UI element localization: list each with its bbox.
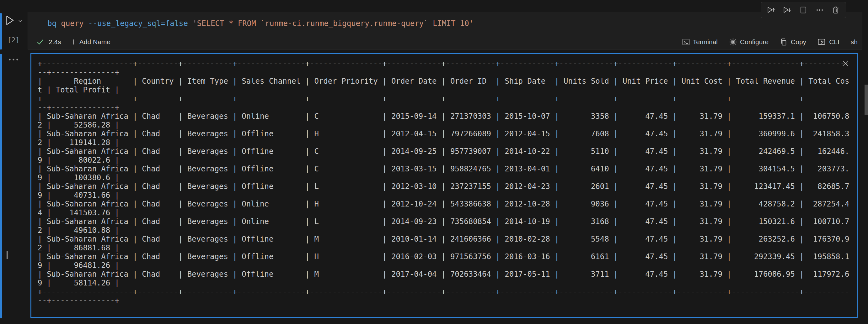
terminal-icon	[682, 38, 690, 46]
chevron-down-icon	[18, 18, 23, 24]
status-actions: Terminal	[682, 35, 858, 49]
close-icon	[842, 60, 849, 67]
cli-action[interactable]: CLI	[817, 38, 839, 46]
run-above-icon	[766, 5, 776, 15]
delete-cell-button[interactable]	[830, 5, 841, 15]
ellipsis-icon	[815, 6, 824, 14]
code-editor[interactable]: bq query --use_legacy_sql=false 'SELECT …	[28, 12, 862, 35]
cell-focus-bar	[0, 13, 2, 49]
terminal-cursor	[7, 251, 7, 259]
plus-icon	[70, 39, 77, 45]
run-cell-button[interactable]	[4, 14, 17, 28]
run-below-icon	[782, 5, 792, 15]
check-icon	[36, 38, 44, 46]
execute-cell-and-below-button[interactable]	[782, 5, 793, 15]
cell-status-bar: 2.4s Add Name	[28, 35, 862, 49]
configure-action[interactable]: Configure	[729, 38, 769, 46]
more-actions-button[interactable]	[814, 5, 825, 15]
ellipsis-icon	[8, 57, 20, 62]
run-cell-icon	[4, 14, 17, 27]
shell-type: sh	[851, 38, 858, 46]
add-name-button[interactable]: Add Name	[70, 38, 111, 46]
add-name-label: Add Name	[80, 38, 111, 46]
execution-count: [2]	[7, 36, 20, 44]
cell-toolbar	[761, 2, 846, 18]
configure-label: Configure	[740, 38, 769, 46]
run-options-button[interactable]	[18, 18, 23, 24]
split-cell-button[interactable]	[798, 5, 809, 15]
cli-icon	[817, 38, 826, 46]
output-focus-bar	[0, 54, 2, 318]
copy-action[interactable]: Copy	[780, 38, 806, 46]
cli-label: CLI	[829, 38, 839, 46]
status-left: 2.4s Add Name	[36, 35, 111, 49]
shell-type-label: sh	[851, 38, 858, 46]
execution-duration: 2.4s	[49, 38, 61, 46]
terminal-action[interactable]: Terminal	[682, 38, 718, 46]
notebook-cell: bq query --use_legacy_sql=false 'SELECT …	[28, 12, 862, 49]
terminal-close-button[interactable]	[842, 60, 849, 67]
terminal-label: Terminal	[693, 38, 718, 46]
window-scrollbar-thumb[interactable]	[865, 84, 868, 115]
output-more-actions-button[interactable]	[8, 57, 20, 62]
gear-icon	[729, 38, 737, 46]
copy-label: Copy	[791, 38, 806, 46]
notebook-window: [2] bq query --use_legacy_sql=false 'SEL…	[0, 0, 868, 324]
terminal-output[interactable]: +--------------------+---------+--------…	[30, 53, 858, 318]
execute-cells-above-button[interactable]	[766, 5, 776, 15]
trash-icon	[831, 6, 840, 14]
terminal-text: +--------------------+---------+--------…	[31, 54, 857, 305]
split-cell-icon	[799, 6, 808, 14]
code-line: bq query --use_legacy_sql=false 'SELECT …	[48, 19, 473, 28]
copy-icon	[780, 38, 788, 46]
